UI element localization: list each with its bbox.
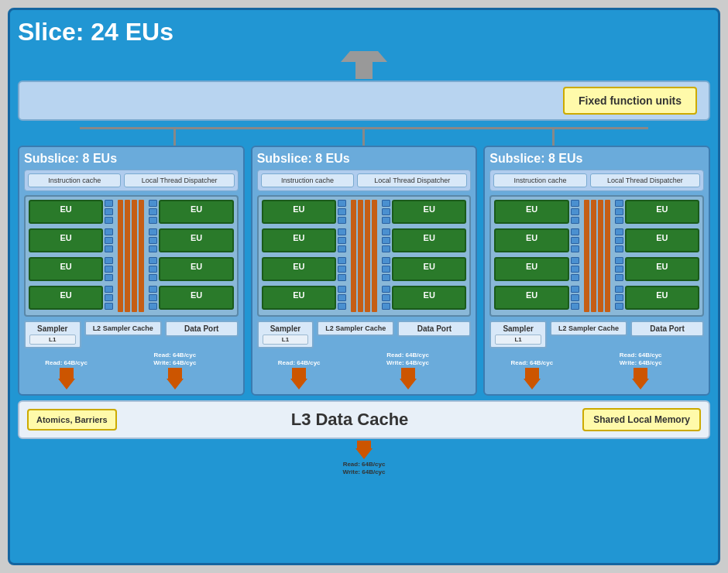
bw-arrows-1: Read: 64B/cyc Read: 64B/cycWrite: 64B/cy… xyxy=(24,352,239,389)
eu-box: EU xyxy=(159,286,233,310)
l2-sampler-3: L2 Sampler Cache xyxy=(550,321,627,336)
main-container: Slice: 24 EUs Fixed function units xyxy=(8,8,720,565)
eu-box: EU xyxy=(29,257,103,281)
atomics-box: Atomics, Barriers xyxy=(27,409,117,431)
subslice-3: Subslice: 8 EUs Instruction cache Local … xyxy=(483,146,710,396)
eu-row: EU xyxy=(29,228,113,252)
eu-box: EU xyxy=(29,228,103,252)
eu-box: EU xyxy=(159,257,233,281)
orange-connectors-1 xyxy=(118,200,144,312)
bw-arrows-3: Read: 64B/cyc Read: 64B/cycWrite: 64B/cy… xyxy=(489,352,704,389)
slm-box: Shared Local Memory xyxy=(582,408,701,431)
eu-row: EU xyxy=(149,200,233,224)
subslice-2-header: Instruction cache Local Thread Dispatche… xyxy=(257,170,472,191)
subslice-2-title: Subslice: 8 EUs xyxy=(257,152,472,166)
subslice-1: Subslice: 8 EUs Instruction cache Local … xyxy=(18,146,245,396)
eu-row: EU xyxy=(149,257,233,281)
data-port-3: Data Port xyxy=(630,321,704,337)
fixed-function-box: Fixed function units xyxy=(563,87,697,115)
subslice-1-header: Instruction cache Local Thread Dispatche… xyxy=(24,170,239,191)
bw-arrows-2: Read: 64B/cyc Read: 64B/cycWrite: 64B/cy… xyxy=(257,352,472,389)
subslice-2-eu-area: EU EU EU EU EU EU EU EU xyxy=(257,195,472,317)
connector-lines xyxy=(18,127,710,146)
eu-box: EU xyxy=(159,200,233,224)
subslice-1-bottom: Sampler L1 L2 Sampler Cache Data Port xyxy=(24,321,239,348)
bottom-area: Atomics, Barriers L3 Data Cache Shared L… xyxy=(18,400,710,439)
subslice-1-instr-cache: Instruction cache xyxy=(28,173,121,187)
eu-box: EU xyxy=(159,228,233,252)
slice-title: Slice: 24 EUs xyxy=(18,18,710,46)
l2-sampler-1: L2 Sampler Cache xyxy=(84,321,162,336)
subslice-2-instr-cache: Instruction cache xyxy=(261,173,354,187)
subslice-1-eu-area: EU EU xyxy=(24,195,239,317)
eu-row: EU xyxy=(149,286,233,310)
subslice-2-thread-dispatcher: Local Thread Dispatcher xyxy=(357,173,467,187)
l2-sampler-2: L2 Sampler Cache xyxy=(317,321,394,336)
subslice-1-thread-dispatcher: Local Thread Dispatcher xyxy=(124,173,234,187)
sampler-section-1: Sampler L1 xyxy=(24,321,81,348)
subslice-1-title: Subslice: 8 EUs xyxy=(24,152,239,166)
eu-row: EU xyxy=(29,200,113,224)
subslice-1-eu-col-right: EU EU xyxy=(149,200,233,312)
subslice-3-instr-cache: Instruction cache xyxy=(493,173,586,187)
bottom-center-arrow: Read: 64B/cyc Write: 64B/cyc xyxy=(18,441,710,477)
top-bar: Fixed function units xyxy=(18,81,710,121)
data-port-2: Data Port xyxy=(397,321,471,337)
subslice-3-title: Subslice: 8 EUs xyxy=(489,152,704,166)
subslice-2-bottom: Sampler L1 L2 Sampler Cache Data Port xyxy=(257,321,472,348)
data-port-1: Data Port xyxy=(165,321,239,337)
eu-row: EU xyxy=(29,257,113,281)
eu-box: EU xyxy=(29,200,103,224)
subslice-2: Subslice: 8 EUs Instruction cache Local … xyxy=(251,146,478,396)
subslice-3-bottom: Sampler L1 L2 Sampler Cache Data Port xyxy=(489,321,704,348)
subslice-3-eu-area: EU EU EU EU EU EU EU EU xyxy=(489,195,704,317)
eu-row: EU xyxy=(29,286,113,310)
subslices-row: Subslice: 8 EUs Instruction cache Local … xyxy=(18,146,710,396)
eu-row: EU xyxy=(149,228,233,252)
eu-box: EU xyxy=(29,286,103,310)
subslice-1-eu-col-left: EU EU xyxy=(29,200,113,312)
subslice-3-thread-dispatcher: Local Thread Dispatcher xyxy=(590,173,700,187)
subslice-3-header: Instruction cache Local Thread Dispatche… xyxy=(489,170,704,191)
top-connector xyxy=(18,51,710,79)
l3-label: L3 Data Cache xyxy=(125,410,575,430)
